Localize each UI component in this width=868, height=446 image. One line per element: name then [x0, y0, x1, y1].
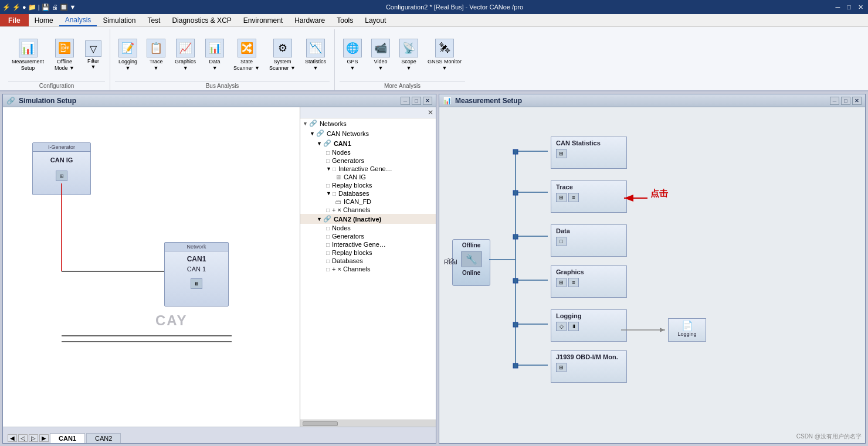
trace-icon1[interactable]: ⊞ [556, 193, 567, 202]
tree-can2-interactive-gen[interactable]: □ Interactive Gene… [300, 240, 436, 248]
window-minimize[interactable]: ─ [833, 4, 843, 11]
tab-scroll-left[interactable]: ◀ [8, 434, 17, 442]
data-label: Data▼ [209, 59, 221, 72]
tree-can2-nodes[interactable]: □ Nodes [300, 224, 436, 232]
menu-simulation[interactable]: Simulation [97, 14, 141, 26]
new-icon[interactable]: ⚡ [2, 4, 11, 11]
tree-can1-channels[interactable]: □ + × Channels [300, 206, 436, 214]
measurement-setup-btn[interactable]: 📊 MeasurementSetup [8, 36, 48, 74]
tree-can2-replay-blocks[interactable]: □ Replay blocks [300, 248, 436, 257]
mode-block[interactable]: Offline 🔧 Online [452, 239, 490, 286]
gps-btn[interactable]: 🌐 GPS▼ [340, 36, 365, 74]
sim-maximize-btn[interactable]: □ [412, 97, 421, 105]
tree-can1-databases[interactable]: ▼ □ Databases [300, 189, 436, 198]
logging-icon2[interactable]: ⏸ [568, 322, 579, 331]
dropdown-icon[interactable]: ▼ [70, 4, 76, 11]
trace-block[interactable]: Trace ⊞ ≡ [551, 181, 627, 213]
sim-minimize-btn[interactable]: ─ [401, 97, 410, 105]
scope-icon: 📡 [399, 39, 418, 57]
tree-can1-generators[interactable]: □ Generators [300, 156, 436, 165]
floppy-icon[interactable]: 💾 [42, 4, 50, 11]
trace-icon2[interactable]: ≡ [568, 193, 579, 202]
menu-tools[interactable]: Tools [331, 14, 359, 26]
menu-environment[interactable]: Environment [238, 14, 289, 26]
logging-btn[interactable]: 📝 Logging▼ [115, 36, 141, 74]
save-icon[interactable]: ⚡ [12, 4, 21, 11]
tree-can1[interactable]: ▼ 🔗 CAN1 [300, 138, 436, 148]
ribbon-group-configuration: 📊 MeasurementSetup 📴 OfflineMode ▼ ▽ Fil… [4, 29, 110, 90]
tab-can2[interactable]: CAN2 [86, 433, 121, 443]
menu-diagnostics[interactable]: Diagnostics & XCP [166, 14, 237, 26]
tab-scroll-left2[interactable]: ◁ [18, 434, 28, 442]
sim-close-btn[interactable]: ✕ [423, 97, 432, 105]
j1939-icon1[interactable]: ⊞ [556, 363, 567, 372]
window-maximize[interactable]: □ [845, 4, 853, 11]
menu-hardware[interactable]: Hardware [289, 14, 331, 26]
tree-can1-interactive-gen[interactable]: ▼ □ Interactive Gene… [300, 165, 436, 173]
data-icon: 📊 [205, 39, 224, 57]
window-close[interactable]: ✕ [856, 4, 866, 11]
logging-block[interactable]: Logging ◇ ⏸ [551, 309, 627, 342]
graphics-btn[interactable]: 📈 Graphics▼ [171, 36, 199, 74]
logging-icon1[interactable]: ◇ [556, 322, 567, 331]
data-icon1[interactable]: □ [556, 237, 567, 246]
scope-btn[interactable]: 📡 Scope▼ [396, 36, 422, 74]
graphics-icon1[interactable]: ⊞ [556, 278, 567, 287]
tree-ican-fd[interactable]: 🗃 ICAN_FD [300, 198, 436, 206]
data-btn[interactable]: 📊 Data▼ [202, 36, 228, 74]
can-stat-icon1[interactable]: ⊞ [556, 149, 567, 158]
simulation-setup-panel: 🔗 Simulation Setup ─ □ ✕ I-Generator CAN… [2, 94, 436, 444]
tree-close-btn[interactable]: ✕ [428, 108, 433, 117]
tree-can-ig[interactable]: 🖥 CAN IG [300, 173, 436, 181]
menu-analysis[interactable]: Analysis [59, 14, 97, 26]
gnss-monitor-label: GNSS Monitor▼ [428, 59, 462, 72]
gnss-monitor-btn[interactable]: 🛰 GNSS Monitor▼ [424, 36, 465, 74]
graphics-icon2[interactable]: ≡ [568, 278, 579, 287]
data-block[interactable]: Data □ [551, 224, 627, 257]
folder-icon[interactable]: 📁 [28, 4, 36, 11]
tab-can1[interactable]: CAN1 [50, 433, 85, 443]
tree-networks[interactable]: ▼ 🔗 Networks [300, 118, 436, 128]
watermark: CSDN @没有用户的名字 [796, 433, 862, 441]
ribbon-group-bus-analysis: 📝 Logging▼ 📋 Trace▼ 📈 Graphics▼ [110, 29, 335, 90]
print-icon[interactable]: 🖨 [52, 4, 58, 11]
file-menu[interactable]: File [0, 14, 29, 26]
state-scanner-btn[interactable]: 🔀 StateScanner ▼ [230, 36, 263, 74]
meas-close-btn[interactable]: ✕ [852, 97, 862, 105]
tab-scroll-right2[interactable]: ▶ [39, 434, 49, 442]
menu-test[interactable]: Test [141, 14, 166, 26]
tree-can-networks-label: CAN Networks [327, 130, 369, 137]
graphics-block[interactable]: Graphics ⊞ ≡ [551, 265, 627, 298]
menu-layout[interactable]: Layout [359, 14, 392, 26]
filter-btn[interactable]: ▽ Filter▼ [82, 38, 105, 72]
real-label: Real [444, 258, 457, 265]
tree-can2-databases[interactable]: □ Databases [300, 257, 436, 265]
tree-can1-replay-blocks[interactable]: □ Replay blocks [300, 181, 436, 189]
statistics-btn[interactable]: 📉 Statistics▼ [301, 36, 330, 74]
network-block[interactable]: Network CAN1 CAN 1 🖥 [164, 242, 229, 307]
logging-output-label: Logging [671, 331, 703, 337]
title-text: Configuration2 * [Real Bus] - Vector CAN… [78, 4, 830, 11]
meas-maximize-btn[interactable]: □ [841, 97, 850, 105]
j1939-block[interactable]: J1939 OBD-I/M Mon. ⊞ [551, 350, 627, 383]
logging-output-icon: 📄 [671, 320, 703, 331]
trace-btn[interactable]: 📋 Trace▼ [143, 36, 169, 74]
generator-block[interactable]: I-Generator CAN IG ⊞ [32, 142, 91, 195]
offline-mode-btn[interactable]: 📴 OfflineMode ▼ [50, 36, 79, 74]
tree-can1-nodes[interactable]: □ Nodes [300, 148, 436, 156]
logging-output-block[interactable]: 📄 Logging [668, 318, 706, 342]
video-btn[interactable]: 📹 Video▼ [368, 36, 394, 74]
box-icon[interactable]: 🔲 [60, 4, 68, 11]
system-scanner-btn[interactable]: ⚙ SystemScanner ▼ [266, 36, 299, 74]
menu-home[interactable]: Home [29, 14, 59, 26]
tree-can2-channels[interactable]: □ + × Channels [300, 265, 436, 273]
tree-can2-generators[interactable]: □ Generators [300, 232, 436, 240]
tree-can-networks[interactable]: ▼ 🔗 CAN Networks [300, 128, 436, 138]
meas-minimize-btn[interactable]: ─ [830, 97, 839, 105]
tab-scroll-right[interactable]: ▷ [29, 434, 38, 442]
more-analysis-group-label: More Analysis [340, 81, 465, 90]
sim-canvas: I-Generator CAN IG ⊞ [3, 107, 300, 427]
can-statistics-block[interactable]: CAN Statistics ⊞ [551, 137, 627, 169]
tree-can2[interactable]: ▼ 🔗 CAN2 (Inactive) [300, 214, 436, 224]
gnss-monitor-icon: 🛰 [435, 39, 454, 57]
